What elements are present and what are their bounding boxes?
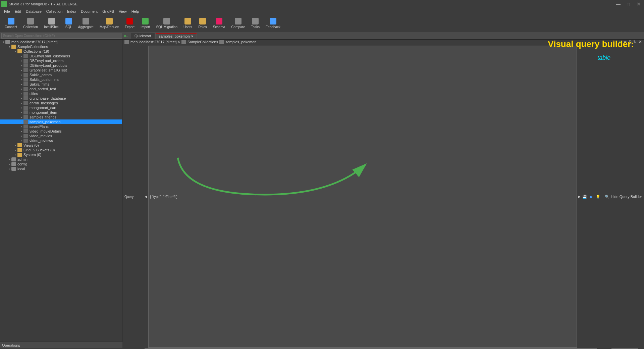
toolbar-intellishell[interactable]: IntelliShell (41, 17, 62, 30)
tree-item[interactable]: ▸samples_friends (0, 115, 122, 119)
hide-query-builder-button[interactable]: 🔍 Hide Query Builder (605, 195, 642, 199)
tree-item[interactable]: ▸samples_pokemon (0, 119, 122, 124)
tree-item[interactable]: ▸and_sorted_test (0, 87, 122, 91)
arrow-left-icon[interactable]: ⇤ (124, 33, 128, 39)
connection-search-input[interactable] (1, 33, 122, 39)
query-label: Query (124, 195, 143, 199)
tree-item[interactable]: ▸savedPlans (0, 124, 122, 129)
toolbar-export[interactable]: Export (122, 17, 137, 30)
tree-item[interactable]: ▸video_movies (0, 134, 122, 138)
menu-database[interactable]: Database (24, 9, 44, 14)
play-icon[interactable]: ▶ (589, 194, 594, 199)
tree-item[interactable]: ▾Collections (19) (0, 49, 122, 54)
tree-item[interactable]: ▸DBEnvyLoad_orders (0, 58, 122, 63)
tree-item[interactable]: ▸GraphTest_smallGTest (0, 68, 122, 72)
tree-item[interactable]: ▸DBEnvyLoad_products (0, 63, 122, 68)
content-area: Visual query builder: meh localhost:2701… (122, 40, 644, 342)
menu-gridfs[interactable]: GridFS (100, 9, 116, 14)
close-tab-icon[interactable]: × (191, 34, 193, 38)
annotation-title: Visual query builder: (548, 39, 634, 49)
toolbar-collection[interactable]: Collection (20, 17, 41, 30)
menu-index[interactable]: Index (65, 9, 78, 14)
toolbar-sql[interactable]: SQL (63, 17, 75, 30)
bulb-icon[interactable]: 💡 (595, 194, 601, 199)
tree-item[interactable]: ▾meh localhost:27017 [direct] (0, 40, 122, 44)
menubar: FileEditDatabaseCollectionIndexDocumentG… (0, 8, 644, 15)
tree-item[interactable]: ▸DBEnvyLoad_customers (0, 54, 122, 58)
toolbar-map-reduce[interactable]: Map-Reduce (97, 17, 121, 30)
tree-item[interactable]: ▸System (0) (0, 152, 122, 157)
maximize-button[interactable]: ◻ (627, 1, 631, 7)
tree-item[interactable]: ▸enron_messages (0, 101, 122, 105)
query-input[interactable] (148, 46, 577, 348)
toolbar-feedback[interactable]: Feedback (263, 17, 283, 30)
collection-icon (219, 40, 224, 44)
tree-item[interactable]: ▸Sakila_customers (0, 77, 122, 82)
window-controls: — ◻ ✕ (616, 1, 643, 7)
breadcrumb-collection[interactable]: samples_pokemon (225, 40, 256, 44)
tab-quickstart[interactable]: Quickstart (131, 33, 155, 39)
connection-tree[interactable]: ▾meh localhost:27017 [direct]▾SampleColl… (0, 40, 122, 342)
tree-item[interactable]: ▸admin (0, 157, 122, 162)
app-logo (1, 1, 7, 7)
toolbar-aggregate[interactable]: Aggregate (75, 17, 96, 30)
tree-item[interactable]: ▸crunchbase_database (0, 96, 122, 101)
tree-item[interactable]: ▸local (0, 166, 122, 171)
window-title: Studio 3T for MongoDB - TRIAL LICENSE (9, 2, 77, 6)
toolbar-roles[interactable]: Roles (196, 17, 210, 30)
save-query-icon[interactable]: 💾 (582, 194, 587, 199)
tab-samples_pokemon[interactable]: samples_pokemon× (155, 33, 197, 39)
close-button[interactable]: ✕ (637, 1, 641, 7)
tree-item[interactable]: ▸video_movieDetails (0, 129, 122, 134)
server-icon (124, 40, 129, 44)
tree-item[interactable]: ▸video_reviews (0, 138, 122, 143)
toolbar-compare[interactable]: Compare (228, 17, 248, 30)
tree-item[interactable]: ▸GridFS Buckets (0) (0, 148, 122, 152)
tree-item[interactable]: ▸mongomart_item (0, 110, 122, 115)
menu-view[interactable]: View (117, 9, 129, 14)
minimize-button[interactable]: — (616, 1, 621, 7)
menu-collection[interactable]: Collection (44, 9, 64, 14)
close-tab-icon[interactable]: ✕ (639, 40, 642, 44)
tree-item[interactable]: ▸config (0, 162, 122, 166)
toolbar-sql-migration[interactable]: SQL Migration (153, 17, 180, 30)
toolbar-connect[interactable]: Connect (2, 17, 20, 30)
query-bar: Query ◀ ▶ 💾 ▶ 💡 🔍 Hide Query Builder Pro… (122, 44, 644, 349)
editor-tabs: Quickstartsamples_pokemon× (131, 32, 197, 40)
menu-document[interactable]: Document (79, 9, 100, 14)
tree-item[interactable]: ▸mongomart_cart (0, 105, 122, 110)
toolbar-users[interactable]: Users (181, 17, 195, 30)
tree-item[interactable]: ▾SampleCollections (0, 44, 122, 49)
tree-item[interactable]: ▸Sakila_films (0, 82, 122, 87)
searchbar-row: ⇤ Quickstartsamples_pokemon× (0, 32, 644, 40)
breadcrumb-db[interactable]: SampleCollections (187, 40, 218, 44)
tree-item[interactable]: ▸Views (0) (0, 143, 122, 148)
main-toolbar: ConnectCollectionIntelliShellSQLAggregat… (0, 15, 644, 32)
db-icon (181, 40, 186, 44)
titlebar: Studio 3T for MongoDB - TRIAL LICENSE — … (0, 0, 644, 8)
operations-label[interactable]: Operations (2, 343, 20, 347)
tree-item[interactable]: ▸Sakila_actors (0, 72, 122, 77)
menu-help[interactable]: Help (129, 9, 141, 14)
toolbar-schema[interactable]: Schema (210, 17, 228, 30)
tree-item[interactable]: ▸cities (0, 91, 122, 96)
breadcrumb-server[interactable]: meh localhost:27017 [direct] (130, 40, 177, 44)
toolbar-import[interactable]: Import (138, 17, 153, 30)
toolbar-tasks[interactable]: Tasks (249, 17, 263, 30)
menu-file[interactable]: File (2, 9, 12, 14)
menu-edit[interactable]: Edit (13, 9, 23, 14)
search-icon: 🔍 (605, 195, 609, 199)
